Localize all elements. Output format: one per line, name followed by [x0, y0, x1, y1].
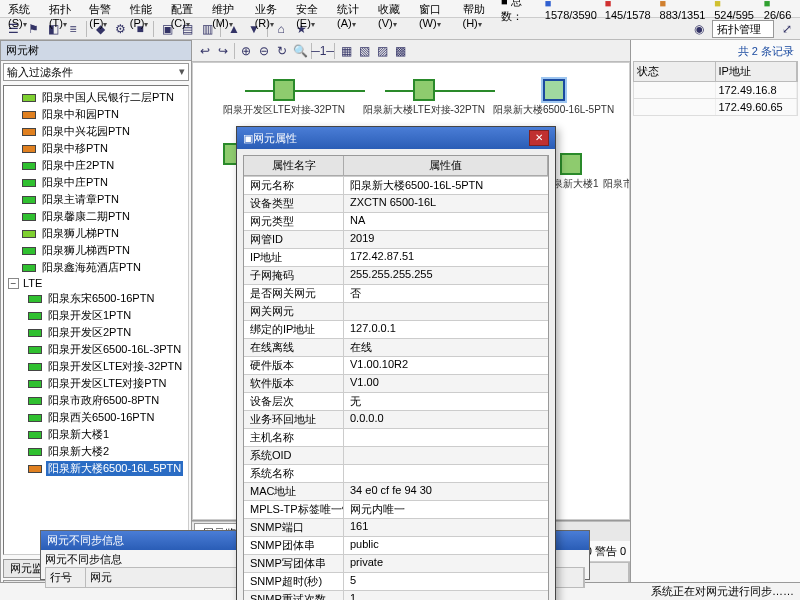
left-panel: 网元树 输入过滤条件 阳泉中国人民银行二层PTN阳泉中和园PTN阳泉中兴花园PT… [0, 40, 192, 600]
tree-item[interactable]: 阳泉西关6500-16PTN [8, 409, 188, 426]
window-icon: ▣ [243, 132, 253, 145]
tree-item[interactable]: 阳泉馨康二期PTN [8, 208, 188, 225]
property-row[interactable]: 子网掩码255.255.255.255 [244, 266, 548, 284]
tree-item[interactable]: 阳泉中兴花园PTN [8, 123, 188, 140]
status-icon [28, 448, 42, 456]
grid-icon[interactable]: ▦ [337, 42, 355, 60]
tree-item[interactable]: 阳泉开发区LTE对接PTN [8, 375, 188, 392]
expand-icon[interactable]: ⤢ [778, 20, 796, 38]
property-row[interactable]: 绑定的IP地址127.0.0.1 [244, 320, 548, 338]
property-row[interactable]: IP地址172.42.87.51 [244, 248, 548, 266]
forward-icon[interactable]: ↪ [214, 42, 232, 60]
status-icon [28, 431, 42, 439]
tree-group[interactable]: −LTE [8, 276, 188, 290]
ne-properties-dialog: ▣ 网元属性 ✕ 属性名字 属性值 网元名称阳泉新大楼6500-16L-5PTN… [236, 126, 556, 600]
status-icon [28, 295, 42, 303]
tree-item[interactable]: 阳泉主请章PTN [8, 191, 188, 208]
menu-item[interactable]: 收藏(V)▾ [375, 2, 416, 15]
tree-item[interactable]: 阳泉开发区LTE对接-32PTN [8, 358, 188, 375]
property-row[interactable]: 系统OID [244, 446, 548, 464]
property-row[interactable]: 设备层次无 [244, 392, 548, 410]
zoom-out-icon[interactable]: ⊖ [255, 42, 273, 60]
topology-manage-combo[interactable]: 拓扑管理 [712, 20, 774, 38]
topology-node[interactable]: 阳泉开发区LTE对接-32PTN [223, 79, 345, 117]
tool-icon[interactable]: ⚙ [111, 20, 129, 38]
close-icon[interactable]: ✕ [529, 130, 549, 146]
status-icon [22, 230, 36, 238]
menu-item[interactable]: 拓扑(T)▾ [46, 2, 86, 15]
tree-item[interactable]: 阳泉开发区6500-16L-3PTN [8, 341, 188, 358]
tool-icon[interactable]: ⌂ [272, 20, 290, 38]
tree-item[interactable]: 阳泉中国人民银行二层PTN [8, 89, 188, 106]
menu-item[interactable]: 性能(P)▾ [127, 2, 168, 15]
menu-item[interactable]: 安全(E)▾ [293, 2, 334, 15]
topology-node[interactable]: 阳泉新大楼LTE对接-32PTN [363, 79, 485, 117]
tree-item[interactable]: 阳泉中移PTN [8, 140, 188, 157]
status-icon [22, 264, 36, 272]
property-row[interactable]: 在线离线在线 [244, 338, 548, 356]
view-icon[interactable]: ◉ [690, 20, 708, 38]
tree-item[interactable]: 阳泉鑫海苑酒店PTN [8, 259, 188, 276]
property-row[interactable]: MAC地址34 e0 cf fe 94 30 [244, 482, 548, 500]
tree-item[interactable]: 阳泉狮儿梯西PTN [8, 242, 188, 259]
menu-item[interactable]: 系统(S)▾ [5, 2, 46, 15]
property-row[interactable]: 网元名称阳泉新大楼6500-16L-5PTN [244, 176, 548, 194]
status-icon [28, 363, 42, 371]
menu-item[interactable]: 窗口(W)▾ [416, 2, 460, 15]
property-row[interactable]: 网关网元 [244, 302, 548, 320]
tree-item[interactable]: 阳泉新大楼6500-16L-5PTN [8, 460, 188, 477]
property-row[interactable]: 软件版本V1.00 [244, 374, 548, 392]
menu-item[interactable]: 业务(R)▾ [252, 2, 293, 15]
tree-item[interactable]: 阳泉市政府6500-8PTN [8, 392, 188, 409]
property-row[interactable]: SNMP重试次数1 [244, 590, 548, 600]
status-icon [22, 111, 36, 119]
topology-node[interactable]: 阳泉新大楼6500-16L-5PTN [493, 79, 614, 117]
property-row[interactable]: 是否网关网元否 [244, 284, 548, 302]
status-icon [22, 247, 36, 255]
tree-item[interactable]: 阳泉开发区1PTN [8, 307, 188, 324]
property-row[interactable]: 业务环回地址0.0.0.0 [244, 410, 548, 428]
right-record-count: 共 2 条记录 [637, 44, 794, 59]
tree-item[interactable]: 阳泉中庄2PTN [8, 157, 188, 174]
menu-item[interactable]: 统计(A)▾ [334, 2, 375, 15]
tool-icon[interactable]: ⚑ [24, 20, 42, 38]
property-row[interactable]: SNMP写团体串private [244, 554, 548, 572]
menu-item[interactable]: 维护(M)▾ [209, 2, 252, 15]
property-row[interactable]: 主机名称 [244, 428, 548, 446]
tree-item[interactable]: 阳泉开发区2PTN [8, 324, 188, 341]
zoom-in-icon[interactable]: ⊕ [237, 42, 255, 60]
topology-node[interactable]: 阳泉市政府6500-8PTN [603, 153, 630, 191]
property-row[interactable]: SNMP超时(秒)5 [244, 572, 548, 590]
property-row[interactable]: MPLS-TP标签唯一性网元内唯一 [244, 500, 548, 518]
property-row[interactable]: 网管ID2019 [244, 230, 548, 248]
property-row[interactable]: 网元类型NA [244, 212, 548, 230]
back-icon[interactable]: ↩ [196, 42, 214, 60]
find-icon[interactable]: 🔍 [291, 42, 309, 60]
refresh-icon[interactable]: ↻ [273, 42, 291, 60]
property-row[interactable]: SNMP团体串public [244, 536, 548, 554]
property-row[interactable]: 系统名称 [244, 464, 548, 482]
menu-item[interactable]: 配置(C)▾ [168, 2, 209, 15]
tree-item[interactable]: 阳泉新大楼1 [8, 426, 188, 443]
tree-item[interactable]: 阳泉中庄PTN [8, 174, 188, 191]
status-icon [22, 179, 36, 187]
property-row[interactable]: SNMP端口161 [244, 518, 548, 536]
tree-item[interactable]: 阳泉东宋6500-16PTN [8, 290, 188, 307]
property-row[interactable]: 硬件版本V1.00.10R2 [244, 356, 548, 374]
tree-item[interactable]: 阳泉中和园PTN [8, 106, 188, 123]
dialog-titlebar[interactable]: ▣ 网元属性 ✕ [237, 127, 555, 149]
property-row[interactable]: 设备类型ZXCTN 6500-16L [244, 194, 548, 212]
menu-item[interactable]: 帮助(H)▾ [460, 2, 501, 15]
right-panel: 共 2 条记录 状态 IP地址 172.49.16.8 172.49.60.65 [630, 40, 800, 600]
tree-item[interactable]: 阳泉狮儿梯PTN [8, 225, 188, 242]
grid-icon[interactable]: ▧ [355, 42, 373, 60]
grid-icon[interactable]: ▨ [373, 42, 391, 60]
menu-item[interactable]: 告警(F)▾ [86, 2, 126, 15]
tree-item[interactable]: 阳泉新大楼2 [8, 443, 188, 460]
grid-icon[interactable]: ▩ [391, 42, 409, 60]
ruler-icon[interactable]: ─1─ [314, 42, 332, 60]
right-row[interactable]: 172.49.60.65 [633, 99, 798, 116]
tree-filter-input[interactable]: 输入过滤条件 [3, 63, 189, 81]
ne-tree[interactable]: 阳泉中国人民银行二层PTN阳泉中和园PTN阳泉中兴花园PTN阳泉中移PTN阳泉中… [3, 85, 189, 555]
right-row[interactable]: 172.49.16.8 [633, 82, 798, 99]
